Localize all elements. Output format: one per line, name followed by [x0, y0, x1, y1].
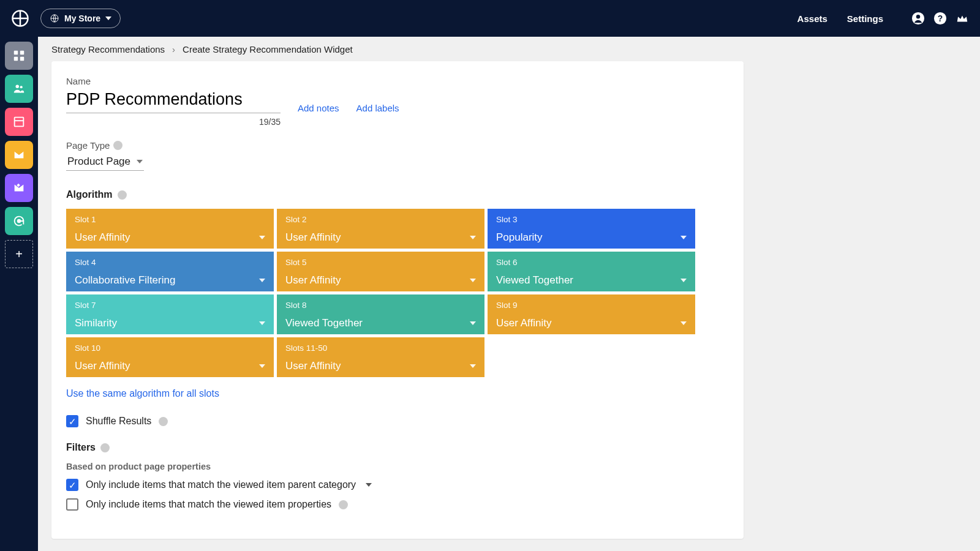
svg-rect-7 [20, 51, 24, 54]
slot-value: User Affinity [75, 360, 130, 372]
caret-down-icon [259, 364, 265, 368]
check-icon: ✓ [69, 417, 77, 426]
name-label: Name [66, 76, 729, 86]
name-field: Name Add notes Add labels 19/35 [66, 76, 729, 127]
store-name: My Store [64, 13, 100, 23]
account-icon[interactable] [911, 12, 925, 25]
slot-label: Slot 5 [285, 258, 476, 267]
caret-down-icon [680, 321, 687, 325]
app-logo [11, 9, 29, 28]
shuffle-row: ✓ Shuffle Results [66, 415, 729, 427]
caret-down-icon [137, 160, 143, 163]
filter-option-1: Only include items that match the viewed… [66, 498, 729, 511]
page-type-value: Product Page [67, 156, 130, 168]
caret-down-icon [470, 321, 476, 325]
caret-down-icon [259, 236, 265, 239]
nav-assets[interactable]: Assets [797, 13, 827, 24]
sidebar-add-button[interactable]: + [5, 240, 33, 268]
sidebar-tile-0[interactable] [5, 42, 33, 70]
breadcrumb-root[interactable]: Strategy Recommendations [51, 44, 165, 54]
slot-value: User Affinity [496, 317, 551, 329]
slot-value: Viewed Together [496, 274, 573, 287]
help-icon[interactable] [100, 443, 110, 452]
help-icon[interactable] [118, 190, 127, 200]
slot-label: Slot 6 [496, 258, 687, 267]
help-icon[interactable]: ? [933, 12, 947, 25]
help-icon[interactable] [113, 141, 123, 150]
crown-icon[interactable] [956, 12, 969, 25]
svg-rect-8 [14, 57, 18, 61]
caret-down-icon[interactable] [366, 483, 372, 487]
slot-label: Slot 10 [75, 343, 265, 353]
same-algorithm-link[interactable]: Use the same algorithm for all slots [66, 388, 729, 399]
add-notes-link[interactable]: Add notes [298, 103, 339, 113]
form-card: Name Add notes Add labels 19/35 Page Typ… [51, 61, 744, 539]
breadcrumb: Strategy Recommendations › Create Strate… [51, 37, 967, 61]
caret-down-icon [470, 364, 476, 368]
slot-label: Slot 3 [496, 215, 687, 224]
shuffle-label: Shuffle Results [86, 416, 151, 427]
algorithm-slot-9[interactable]: Slot 9User Affinity [488, 294, 695, 334]
slot-label: Slots 11-50 [285, 343, 476, 353]
page-type-field: Page Type Product Page [66, 140, 729, 171]
algorithm-slot-6[interactable]: Slot 6Viewed Together [488, 252, 695, 291]
slot-label: Slot 2 [285, 215, 476, 224]
filter-option-0: ✓Only include items that match the viewe… [66, 479, 729, 491]
filters-subtitle: Based on product page properties [66, 462, 729, 471]
sidebar-tile-2[interactable] [5, 108, 33, 136]
caret-down-icon [259, 321, 265, 325]
sidebar-tile-4[interactable] [5, 174, 33, 202]
algorithm-slot-1[interactable]: Slot 1User Affinity [66, 209, 274, 249]
slot-value: User Affinity [75, 231, 130, 244]
filter-checkbox[interactable]: ✓ [66, 479, 78, 491]
slot-label: Slot 8 [285, 301, 476, 310]
algorithm-slot-5[interactable]: Slot 5User Affinity [277, 252, 484, 291]
slot-value: Viewed Together [285, 317, 363, 329]
page-type-select[interactable]: Product Page [66, 153, 144, 171]
algorithm-slot-2[interactable]: Slot 2User Affinity [277, 209, 484, 249]
main-area: Strategy Recommendations › Create Strate… [38, 37, 980, 551]
slot-value: Similarity [75, 317, 117, 329]
algorithm-slot-3[interactable]: Slot 3Popularity [488, 209, 695, 249]
caret-down-icon [470, 236, 476, 239]
svg-rect-6 [14, 51, 18, 54]
nav-settings[interactable]: Settings [847, 13, 883, 24]
algorithm-slot-7[interactable]: Slot 7Similarity [66, 294, 274, 334]
globe-icon [50, 13, 59, 23]
algorithm-slot-10[interactable]: Slot 10User Affinity [66, 337, 274, 377]
sidebar-tile-3[interactable] [5, 141, 33, 169]
page-type-label: Page Type [66, 140, 110, 151]
help-icon[interactable] [339, 500, 348, 509]
app-header: My Store Assets Settings ? [0, 0, 980, 37]
caret-down-icon [259, 279, 265, 282]
algorithm-section: Algorithm Slot 1User AffinitySlot 2User … [66, 189, 729, 399]
algorithm-slot-4[interactable]: Slot 4Collaborative Filtering [66, 252, 274, 291]
slot-grid: Slot 1User AffinitySlot 2User AffinitySl… [66, 209, 729, 377]
algorithm-title: Algorithm [66, 189, 113, 200]
help-icon[interactable] [159, 417, 168, 426]
name-input[interactable] [66, 89, 281, 113]
breadcrumb-separator: › [172, 44, 175, 54]
sidebar-tile-5[interactable] [5, 207, 33, 235]
store-selector[interactable]: My Store [40, 9, 121, 28]
filter-label: Only include items that match the viewed… [86, 479, 356, 490]
shuffle-checkbox[interactable]: ✓ [66, 415, 78, 427]
caret-down-icon [470, 279, 476, 282]
filter-checkbox[interactable] [66, 498, 78, 511]
slot-value: User Affinity [285, 360, 341, 372]
algorithm-slot-8[interactable]: Slot 8Viewed Together [277, 294, 484, 334]
svg-point-3 [916, 15, 920, 18]
caret-down-icon [680, 279, 687, 282]
sidebar-tile-1[interactable] [5, 75, 33, 103]
algorithm-slot-11[interactable]: Slots 11-50User Affinity [277, 337, 484, 377]
svg-point-11 [20, 86, 23, 88]
left-sidebar: + [0, 37, 38, 551]
filter-label: Only include items that match the viewed… [86, 499, 331, 510]
slot-label: Slot 7 [75, 301, 265, 310]
add-labels-link[interactable]: Add labels [356, 103, 399, 113]
svg-rect-12 [15, 118, 24, 127]
check-icon: ✓ [69, 481, 77, 490]
filters-section: Filters Based on product page properties… [66, 442, 729, 511]
slot-label: Slot 1 [75, 215, 265, 224]
svg-point-14 [18, 220, 21, 223]
